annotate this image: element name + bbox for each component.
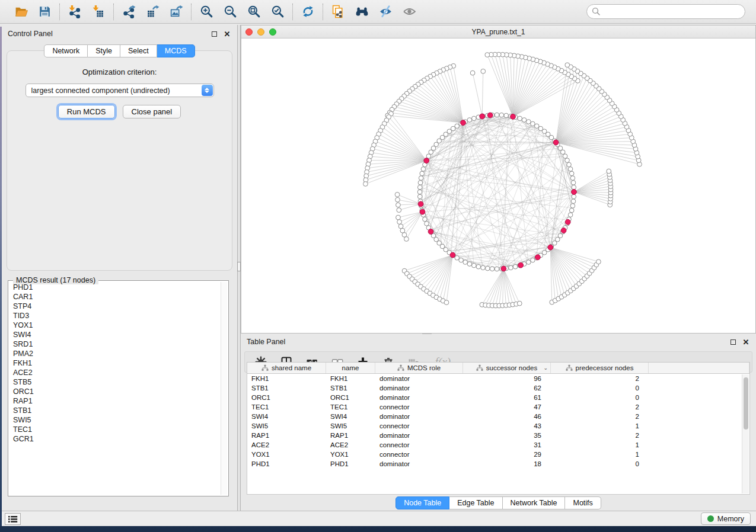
cell-name[interactable]: PHD1 bbox=[326, 459, 375, 469]
run-mcds-button[interactable]: Run MCDS bbox=[58, 105, 115, 118]
table-row[interactable]: ORC1ORC1dominator610 bbox=[247, 393, 749, 402]
mcds-result-item[interactable]: SWI5 bbox=[10, 415, 220, 425]
cell-shared_name[interactable]: PHD1 bbox=[247, 459, 326, 469]
leaf-node[interactable] bbox=[400, 228, 405, 233]
ring-node[interactable] bbox=[426, 154, 431, 159]
cell-predecessor_nodes[interactable]: 1 bbox=[551, 440, 649, 450]
cell-successor_nodes[interactable]: 61 bbox=[463, 393, 551, 402]
ring-node[interactable] bbox=[531, 121, 535, 126]
leaf-node[interactable] bbox=[397, 208, 401, 213]
mcds-result-item[interactable]: STP4 bbox=[10, 302, 220, 311]
cell-mcds_role[interactable]: connector bbox=[375, 440, 463, 450]
cell-successor_nodes[interactable]: 35 bbox=[463, 431, 551, 440]
ring-node[interactable] bbox=[459, 258, 464, 262]
ring-node[interactable] bbox=[472, 116, 477, 121]
ring-node[interactable] bbox=[417, 185, 422, 190]
close-panel-button[interactable]: Close panel bbox=[123, 105, 181, 118]
cell-predecessor_nodes[interactable]: 0 bbox=[551, 383, 649, 393]
ring-node[interactable] bbox=[568, 167, 573, 172]
ring-node[interactable] bbox=[476, 264, 481, 269]
leaf-node[interactable] bbox=[517, 301, 522, 306]
tab-style[interactable]: Style bbox=[88, 44, 120, 57]
mcds-result-scrollbar[interactable] bbox=[221, 282, 227, 495]
cell-predecessor_nodes[interactable]: 2 bbox=[551, 412, 649, 421]
cell-predecessor_nodes[interactable]: 0 bbox=[551, 459, 649, 469]
leaf-node[interactable] bbox=[395, 192, 400, 197]
search-input[interactable] bbox=[586, 4, 745, 19]
sort-chevron-icon[interactable]: ⌄ bbox=[543, 365, 548, 371]
ring-node[interactable] bbox=[522, 118, 527, 123]
cell-shared_name[interactable]: ORC1 bbox=[247, 393, 326, 402]
save-session-button[interactable] bbox=[37, 4, 52, 20]
column-header-predecessor_nodes[interactable]: predecessor nodes bbox=[551, 363, 649, 373]
ring-node[interactable] bbox=[571, 181, 576, 185]
show-hidden-button[interactable] bbox=[401, 4, 417, 20]
export-network-button[interactable] bbox=[121, 4, 136, 20]
mcds-result-item[interactable]: STB1 bbox=[10, 406, 220, 415]
tab-network-table[interactable]: Network Table bbox=[503, 496, 566, 509]
mcds-result-item[interactable]: TID3 bbox=[10, 311, 220, 321]
ring-node[interactable] bbox=[499, 113, 504, 117]
leaf-node[interactable] bbox=[396, 203, 401, 207]
mcds-hub-node[interactable] bbox=[450, 252, 455, 258]
cell-mcds_role[interactable]: dominator bbox=[375, 412, 463, 421]
mcds-hub-node[interactable] bbox=[501, 266, 506, 271]
cell-successor_nodes[interactable]: 62 bbox=[463, 383, 551, 393]
cell-name[interactable]: FKH1 bbox=[326, 374, 375, 383]
ring-node[interactable] bbox=[569, 208, 574, 213]
ring-node[interactable] bbox=[495, 267, 499, 271]
ring-node[interactable] bbox=[420, 171, 425, 176]
ring-node[interactable] bbox=[565, 158, 570, 163]
ring-node[interactable] bbox=[467, 118, 472, 123]
cell-mcds_role[interactable]: dominator bbox=[375, 374, 463, 383]
leaf-node[interactable] bbox=[395, 197, 400, 202]
mcds-result-item[interactable]: YOX1 bbox=[10, 321, 220, 330]
tab-mcds[interactable]: MCDS bbox=[157, 44, 195, 57]
hide-selected-button[interactable] bbox=[378, 4, 393, 20]
cell-shared_name[interactable]: YOX1 bbox=[247, 450, 326, 459]
table-row[interactable]: PHD1PHD1dominator180 bbox=[247, 459, 749, 469]
cell-mcds_role[interactable]: dominator bbox=[375, 393, 463, 402]
ring-node[interactable] bbox=[569, 171, 574, 176]
mcds-result-item[interactable]: ACE2 bbox=[10, 368, 220, 377]
open-file-button[interactable] bbox=[13, 4, 28, 20]
ring-node[interactable] bbox=[481, 265, 486, 270]
cell-successor_nodes[interactable]: 43 bbox=[463, 421, 551, 431]
cell-successor_nodes[interactable]: 96 bbox=[463, 374, 551, 383]
cell-name[interactable]: SWI4 bbox=[326, 412, 375, 421]
mcds-result-item[interactable]: STB5 bbox=[10, 377, 220, 387]
leaf-node[interactable] bbox=[396, 215, 401, 220]
cell-name[interactable]: ACE2 bbox=[326, 440, 375, 450]
ring-node[interactable] bbox=[417, 194, 422, 199]
cell-predecessor_nodes[interactable]: 2 bbox=[551, 374, 649, 383]
cell-shared_name[interactable]: ACE2 bbox=[247, 440, 326, 450]
cell-successor_nodes[interactable]: 46 bbox=[463, 412, 551, 421]
ring-node[interactable] bbox=[571, 199, 576, 204]
cell-shared_name[interactable]: TEC1 bbox=[247, 402, 326, 412]
table-row[interactable]: FKH1FKH1dominator962 bbox=[247, 374, 749, 383]
mcds-result-item[interactable]: SRD1 bbox=[10, 339, 220, 349]
column-header-successor_nodes[interactable]: successor nodes⌄ bbox=[463, 363, 551, 373]
table-row[interactable]: ACE2ACE2connector311 bbox=[247, 440, 749, 450]
first-neighbors-button[interactable] bbox=[354, 4, 369, 20]
control-panel-close-button[interactable]: ✕ bbox=[223, 30, 231, 38]
cell-name[interactable]: SWI5 bbox=[326, 421, 375, 431]
mcds-hub-node[interactable] bbox=[548, 245, 553, 250]
export-image-button[interactable] bbox=[168, 4, 184, 20]
mcds-result-item[interactable]: FKH1 bbox=[10, 358, 220, 368]
leaf-node[interactable] bbox=[596, 259, 601, 264]
table-scrollbar-thumb[interactable] bbox=[744, 377, 748, 430]
mcds-result-item[interactable]: TEC1 bbox=[10, 425, 220, 434]
ring-node[interactable] bbox=[495, 113, 499, 117]
criterion-select[interactable]: largest connected component (undirected) bbox=[25, 84, 214, 97]
cell-successor_nodes[interactable]: 29 bbox=[463, 450, 551, 459]
cell-shared_name[interactable]: STB1 bbox=[247, 383, 326, 393]
cell-shared_name[interactable]: FKH1 bbox=[247, 374, 326, 383]
ring-node[interactable] bbox=[567, 162, 572, 167]
cell-mcds_role[interactable]: connector bbox=[375, 402, 463, 412]
mcds-hub-node[interactable] bbox=[428, 229, 433, 235]
ring-node[interactable] bbox=[563, 154, 567, 159]
zoom-fit-button[interactable] bbox=[246, 4, 261, 20]
mcds-hub-node[interactable] bbox=[418, 201, 423, 207]
leaf-node[interactable] bbox=[444, 300, 449, 305]
